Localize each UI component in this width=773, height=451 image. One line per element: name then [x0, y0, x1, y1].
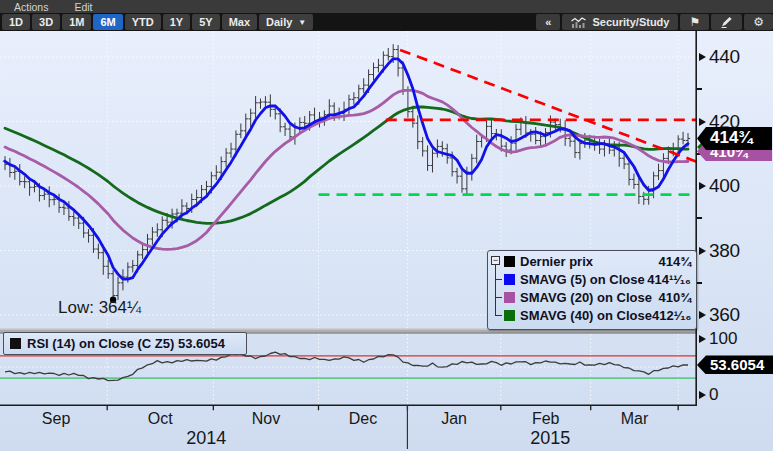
year-label-2015: 2015	[530, 428, 570, 449]
legend-name: SMAVG (20) on Close	[520, 290, 652, 305]
legend-swatch	[504, 292, 515, 303]
price-tick-400	[699, 182, 706, 190]
month-label-dec: Dec	[349, 410, 377, 428]
menu-actions[interactable]: Actions	[14, 1, 48, 13]
legend-name: Dernier prix	[520, 254, 593, 269]
low-annotation: Low: 364¼	[58, 298, 141, 318]
menu-edit[interactable]: Edit	[74, 1, 92, 13]
range-button-ytd[interactable]: YTD	[125, 14, 161, 30]
settings-button[interactable]: ⚙	[744, 14, 773, 30]
flag-button[interactable]: ⚑	[680, 14, 709, 30]
collapse-panel-button[interactable]: «	[536, 14, 560, 30]
month-label-nov: Nov	[252, 410, 280, 428]
menu-bar: Actions Edit	[0, 0, 773, 13]
range-button-1m[interactable]: 1M	[62, 14, 91, 30]
rsi-value-tag: 53.6054	[697, 355, 773, 374]
month-label-oct: Oct	[148, 410, 173, 428]
legend-box[interactable]: −Dernier prix414¾SMAVG (5) on Close414¹¹…	[487, 250, 697, 330]
range-button-1d[interactable]: 1D	[2, 14, 30, 30]
legend-row-last-price[interactable]: Dernier prix414¾	[504, 252, 691, 270]
price-axis-label-440: 440	[709, 46, 740, 68]
legend-swatch	[504, 274, 515, 285]
price-axis-label-360: 360	[709, 304, 740, 326]
range-button-6m[interactable]: 6M	[93, 14, 122, 30]
chart-plot[interactable]	[0, 31, 697, 451]
gear-icon: ⚙	[753, 16, 764, 28]
range-button-group: 1D3D1M6MYTD1Y5YMaxDaily▼	[2, 14, 315, 30]
chart-region: 3603804004204400100410¾414¾53.6054 Low: …	[0, 31, 773, 451]
pencil-icon	[720, 16, 733, 28]
month-label-mar: Mar	[621, 410, 649, 428]
month-label-feb: Feb	[532, 410, 560, 428]
rsi-swatch	[10, 338, 21, 349]
mini-chart-icon	[571, 17, 586, 28]
month-label-jan: Jan	[441, 410, 467, 428]
price-minor-tick-390	[697, 217, 702, 219]
toolbar-right-controls: « Security/Study ⚑	[534, 14, 773, 30]
legend-tree-stub	[495, 297, 502, 298]
flag-icon: ⚑	[689, 16, 700, 28]
rsi-label-text: RSI (14) on Close (C Z5) 53.6054	[27, 336, 225, 351]
range-button-5y[interactable]: 5Y	[192, 14, 219, 30]
terminal-chart-window: Actions Edit 1D3D1M6MYTD1Y5YMaxDaily▼ « …	[0, 0, 773, 451]
legend-tree-stub	[495, 279, 502, 280]
price-minor-tick-430	[697, 88, 702, 90]
rsi-study-label[interactable]: RSI (14) on Close (C Z5) 53.6054	[3, 332, 247, 355]
price-tick-360	[699, 311, 706, 319]
legend-value: 414¹¹⁄₁₆	[647, 272, 691, 287]
legend-swatch	[504, 256, 515, 267]
range-button-max[interactable]: Max	[222, 14, 257, 30]
price-minor-tick-370	[697, 282, 702, 284]
rsi-tick-100	[699, 335, 706, 343]
price-axis-label-380: 380	[709, 240, 740, 262]
range-button-1y[interactable]: 1Y	[163, 14, 190, 30]
legend-value: 410¾	[658, 290, 691, 305]
chevron-down-icon: ▼	[298, 18, 306, 27]
rsi-axis-label-100: 100	[709, 329, 737, 349]
range-button-3d[interactable]: 3D	[32, 14, 60, 30]
month-label-sep: Sep	[42, 410, 70, 428]
year-label-2014: 2014	[186, 428, 226, 449]
security-study-button[interactable]: Security/Study	[562, 14, 678, 30]
legend-swatch	[504, 310, 515, 321]
legend-tree-stub	[495, 315, 502, 316]
smavg-20-line	[5, 90, 688, 249]
annotate-button[interactable]	[711, 14, 742, 30]
legend-collapse-icon[interactable]: −	[491, 256, 500, 265]
legend-row-smavg-1[interactable]: SMAVG (5) on Close414¹¹⁄₁₆	[504, 270, 691, 288]
period-select-daily[interactable]: Daily▼	[259, 14, 313, 30]
legend-row-smavg-3[interactable]: SMAVG (40) on Close412¹⁄₁₆	[504, 306, 691, 324]
price-axis-strip[interactable]: 3603804004204400100410¾414¾53.6054	[697, 31, 773, 451]
price-tag-last: 414¾	[697, 127, 772, 150]
security-study-label: Security/Study	[592, 16, 669, 28]
rsi-axis-label-0: 0	[709, 385, 718, 405]
legend-name: SMAVG (40) on Close	[520, 308, 652, 323]
price-tick-440	[699, 53, 706, 61]
price-tick-380	[699, 247, 706, 255]
price-axis-label-400: 400	[709, 175, 740, 197]
legend-tree-line	[495, 265, 496, 315]
legend-value: 412¹⁄₁₆	[652, 308, 691, 323]
legend-name: SMAVG (5) on Close	[520, 272, 645, 287]
toolbar: 1D3D1M6MYTD1Y5YMaxDaily▼ « Security/Stud…	[0, 13, 773, 31]
legend-value: 414¾	[658, 254, 691, 269]
rsi-tick-0	[699, 391, 706, 399]
price-tick-420	[699, 118, 706, 126]
legend-row-smavg-2[interactable]: SMAVG (20) on Close410¾	[504, 288, 691, 306]
